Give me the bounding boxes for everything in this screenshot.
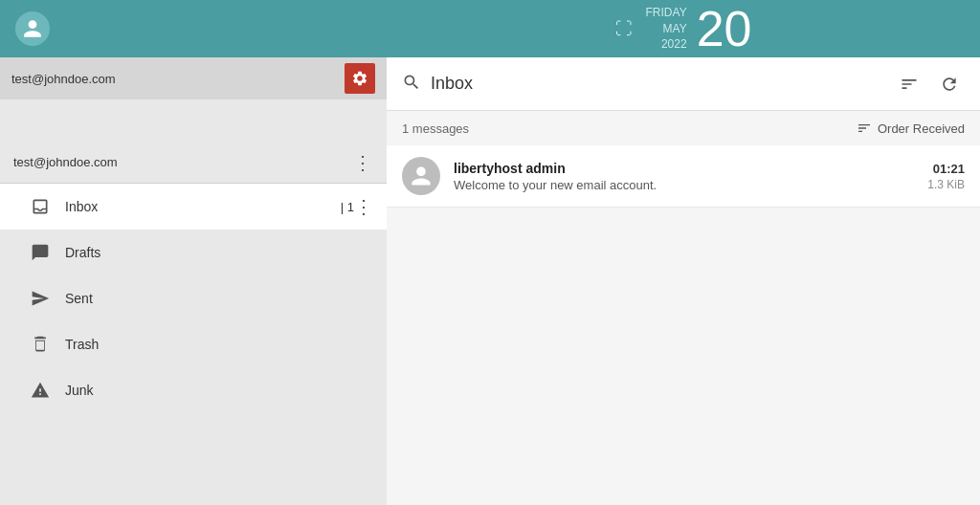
junk-label: Junk (65, 383, 373, 398)
date-display: FRIDAY MAY 2022 (646, 5, 687, 53)
email-item[interactable]: libertyhost admin Welcome to your new em… (387, 145, 980, 208)
email-meta: 01:21 1.3 KiB (927, 162, 965, 191)
trash-label: Trash (65, 337, 373, 352)
drafts-label: Drafts (65, 245, 373, 260)
sidebar-item-drafts[interactable]: Drafts (0, 230, 387, 275)
avatar[interactable] (15, 11, 50, 46)
sent-icon (27, 289, 54, 308)
email-subject: Welcome to your new email account. (454, 178, 914, 192)
sidebar-item-junk[interactable]: Junk (0, 367, 387, 413)
messages-count: 1 messages (402, 121, 857, 136)
trash-icon (27, 335, 54, 354)
email-time: 01:21 (927, 162, 965, 176)
inbox-label: Inbox (65, 199, 337, 214)
filter-icon[interactable] (894, 69, 924, 99)
sidebar-item-inbox[interactable]: Inbox | 1 ⋮ (0, 184, 387, 230)
inbox-more-button[interactable]: ⋮ (354, 195, 373, 218)
clock-area: ⛶ FRIDAY MAY 2022 20 (387, 0, 980, 57)
inbox-badge: | 1 (341, 200, 354, 214)
search-icon (402, 73, 421, 96)
sidebar-account-email: test@johndoe.com (13, 155, 353, 169)
order-button[interactable]: Order Received (857, 121, 965, 136)
junk-icon (27, 381, 54, 400)
search-label: Inbox (431, 74, 884, 94)
settings-button[interactable] (345, 63, 375, 94)
inbox-icon (27, 197, 54, 216)
email-body: libertyhost admin Welcome to your new em… (454, 161, 914, 192)
sidebar-item-sent[interactable]: Sent (0, 275, 387, 321)
account-bar: test@johndoe.com (0, 57, 387, 99)
sidebar: test@johndoe.com test@johndoe.com ⋮ (0, 57, 387, 505)
sidebar-account-header: test@johndoe.com ⋮ (0, 142, 387, 184)
sidebar-item-trash[interactable]: Trash (0, 321, 387, 367)
order-label: Order Received (878, 121, 965, 136)
email-from: libertyhost admin (454, 161, 914, 176)
day-number: 20 (697, 4, 752, 54)
refresh-icon[interactable] (934, 69, 965, 99)
main-panel: Inbox 1 messages (387, 57, 980, 505)
account-more-button[interactable]: ⋮ (353, 151, 373, 174)
messages-header: 1 messages Order Received (387, 111, 980, 145)
sent-label: Sent (65, 291, 373, 306)
expand-icon: ⛶ (615, 19, 633, 39)
search-bar: Inbox (387, 57, 980, 111)
account-email: test@johndoe.com (11, 72, 345, 86)
sidebar-header (0, 0, 387, 57)
drafts-icon (27, 243, 54, 262)
email-size: 1.3 KiB (927, 178, 965, 191)
sender-avatar (402, 157, 440, 195)
